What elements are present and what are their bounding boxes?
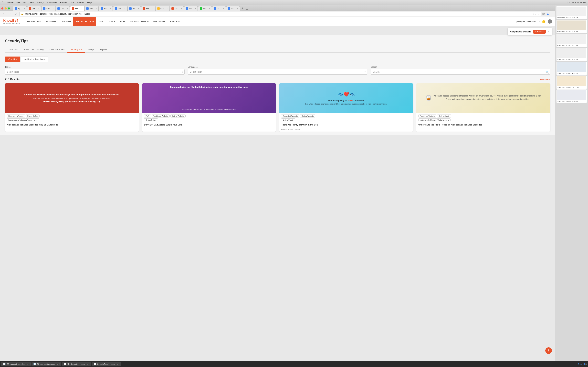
toggle-notification-templates[interactable]: Notification Templates [20, 57, 48, 62]
languages-select[interactable]: Select option [188, 69, 367, 75]
nav-asap[interactable]: ASAP [117, 17, 128, 26]
menu-window[interactable]: Window [77, 1, 84, 4]
browser-tab[interactable]: Kno... × [170, 6, 184, 11]
browser-tab[interactable]: Kno... × [141, 6, 155, 11]
browser-tab[interactable]: My ... × [13, 6, 27, 11]
extensions-button[interactable]: ▨ [542, 12, 545, 16]
browser-tab[interactable]: Das... × [113, 6, 127, 11]
screenshot-thumb-1[interactable]: Screen Shot 2022-11...3.00 AM [556, 6, 587, 19]
tab-close-icon[interactable]: × [181, 8, 182, 9]
tab-close-icon[interactable]: × [53, 8, 54, 9]
tab-close-icon[interactable]: × [152, 8, 153, 9]
fullscreen-window-button[interactable] [8, 7, 10, 9]
menu-tab[interactable]: Tab [70, 1, 74, 4]
menu-bookmarks[interactable]: Bookmarks [47, 1, 57, 4]
browser-tab[interactable]: Lau... × [156, 6, 170, 11]
browser-tab[interactable]: roht... × [27, 6, 41, 11]
menu-help[interactable]: Help [87, 1, 92, 4]
reload-button[interactable]: ⟳ [13, 12, 18, 16]
profile-button[interactable]: ▲ [546, 12, 549, 16]
tab-close-icon[interactable]: × [237, 8, 238, 9]
tab-reports[interactable]: Reports [96, 47, 110, 53]
tab-close-icon[interactable]: × [195, 8, 196, 9]
browser-tab[interactable]: Zsc... × [198, 6, 212, 11]
nav-dashboard[interactable]: DASHBOARD [25, 17, 43, 26]
tag-online-safety[interactable]: Online Safety [144, 118, 158, 121]
refresh-button[interactable]: ↻ Refresh [533, 30, 546, 33]
tab-close-icon[interactable]: × [223, 8, 224, 9]
tag-dating-website[interactable]: Dating Website [300, 115, 315, 117]
nav-reports[interactable]: REPORTS [168, 17, 183, 26]
tab-close-icon[interactable]: × [138, 8, 139, 9]
search-submit-button[interactable]: 🔍 [546, 70, 549, 73]
bookmark-icon[interactable]: ☆ [532, 13, 534, 15]
tab-close-icon[interactable]: × [96, 8, 97, 9]
tab-close-icon[interactable]: × [67, 8, 68, 9]
nav-users[interactable]: USERS [105, 17, 117, 26]
tag-topic[interactable]: topics.alcoholTobaccoWebsite.name [7, 118, 39, 121]
minimize-window-button[interactable] [5, 7, 7, 9]
forward-button[interactable]: → [8, 12, 12, 16]
banner-close-button[interactable]: × [548, 30, 549, 33]
menu-history[interactable]: History [37, 1, 43, 4]
topics-select[interactable]: Select option [5, 69, 185, 75]
nav-training[interactable]: TRAINING [58, 17, 73, 26]
menu-edit[interactable]: Edit [23, 1, 26, 4]
tab-security-tips[interactable]: SecurityTips [68, 47, 85, 53]
tab-close-icon[interactable]: × [38, 8, 39, 9]
menu-view[interactable]: View [29, 1, 34, 4]
search-input[interactable] [371, 69, 550, 75]
card-4[interactable]: 🥃 When you access an alcohol or tobacco … [416, 83, 550, 132]
new-tab-button[interactable]: + [240, 6, 245, 11]
toggle-graphics[interactable]: Graphics [5, 57, 20, 62]
clear-filters-link[interactable]: Clear Filters [539, 78, 550, 81]
tag-restricted-website[interactable]: Restricted Website [152, 115, 170, 117]
nav-second-chance[interactable]: SECOND CHANCE [128, 17, 151, 26]
tab-close-icon[interactable]: × [124, 8, 125, 9]
tab-close-icon[interactable]: × [167, 8, 168, 9]
user-account[interactable]: paras@securityadvisor.io ▾ [516, 20, 540, 23]
browser-tab[interactable]: app... × [99, 6, 113, 11]
browser-tab[interactable]: env... × [184, 6, 198, 11]
tag-restricted-website[interactable]: Restricted Website [418, 115, 436, 117]
tab-close-icon[interactable]: × [24, 8, 25, 9]
tag-pup[interactable]: PUP [144, 115, 151, 117]
screenshot-thumb-4[interactable]: Screen Shot 2022-02...5.34 PM [556, 48, 587, 61]
tag-online-safety[interactable]: Online Safety [281, 118, 295, 121]
browser-tab[interactable]: Das... × [56, 6, 70, 11]
notification-bell[interactable]: 🔔 [542, 19, 546, 24]
screenshot-thumb-6[interactable]: Screen Shot 2022-03....57.12 AM [556, 75, 587, 89]
tag-restricted-website[interactable]: Restricted Website [281, 115, 299, 117]
tag-dating-website[interactable]: Dating Website [171, 115, 186, 117]
card-3[interactable]: 🐟❤️🐟 There are plenty of phish in the se… [279, 83, 413, 132]
tab-close-icon[interactable]: × [209, 8, 210, 9]
nav-phishing[interactable]: PHISHING [43, 17, 58, 26]
browser-tab[interactable]: Ter... × [128, 6, 141, 11]
screenshot-thumb-5[interactable]: Screen Shot 2022-03...6.05 AM [556, 62, 587, 75]
card-2[interactable]: Dating websites are filled with bad acto… [142, 83, 276, 132]
url-bar[interactable]: 🔒 training.knowbe4.com/ui/security_coach… [19, 12, 541, 16]
tag-online-safety[interactable]: Online Safety [437, 115, 451, 117]
tab-real-time-coaching[interactable]: Real-Time Coaching [21, 47, 47, 53]
apple-menu[interactable]:  [2, 1, 3, 4]
browser-menu-button[interactable]: ⋮ [551, 12, 553, 16]
browser-tab-active[interactable]: Kno... × [70, 6, 84, 11]
screen-cast-icon[interactable]: ▭ [538, 13, 539, 15]
tab-setup[interactable]: Setup [85, 47, 96, 53]
tab-close-icon[interactable]: × [81, 8, 82, 9]
menu-profiles[interactable]: Profiles [60, 1, 67, 4]
tab-dashboard[interactable]: Dashboard [5, 47, 21, 53]
card-1[interactable]: Alcohol and Tobacco websites are not alw… [5, 83, 139, 132]
screenshot-thumb-2[interactable]: Screen Shot 2022-02...4.29 PM [556, 20, 587, 33]
tag-topic[interactable]: topics.alcoholTobaccoWebsite.name [418, 118, 450, 121]
menu-file[interactable]: File [17, 1, 20, 4]
screenshot-thumb-3[interactable]: Screen Shot 2022-02...4.51 PM [556, 34, 587, 47]
tab-close-icon[interactable]: × [110, 8, 111, 9]
tag-restricted-website[interactable]: Restricted Website [7, 115, 25, 117]
nav-modstore[interactable]: MODSTORE [151, 17, 168, 26]
browser-tab[interactable]: Glo... × [212, 6, 226, 11]
browser-tab[interactable]: Sec... × [85, 6, 98, 11]
browser-tab[interactable]: Glo... × [226, 6, 240, 11]
extensions-icon[interactable]: ◆ [535, 13, 537, 15]
back-button[interactable]: ← [2, 12, 6, 16]
